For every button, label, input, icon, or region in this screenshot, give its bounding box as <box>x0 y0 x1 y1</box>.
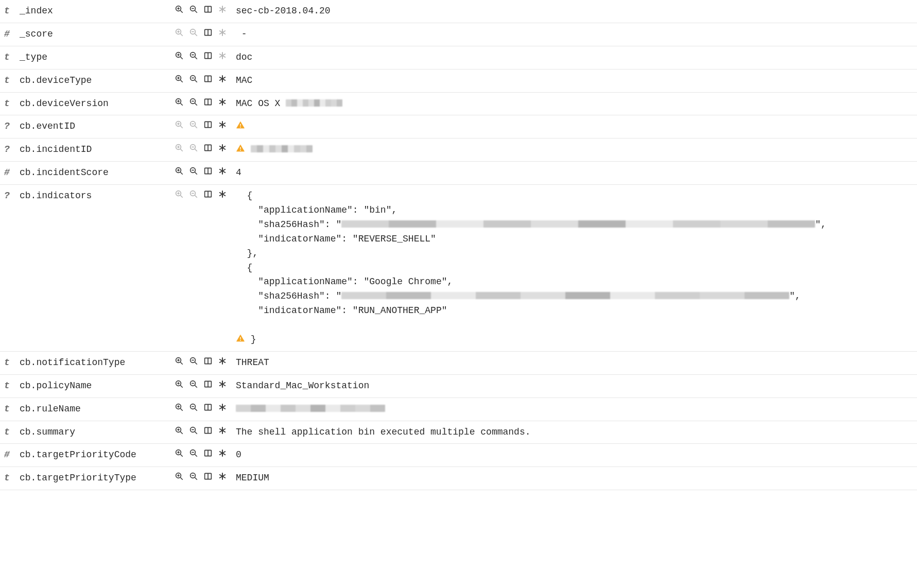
toggle-column-icon[interactable] <box>203 143 213 153</box>
filter-out-value-icon[interactable] <box>188 166 199 176</box>
filter-for-value-icon[interactable] <box>174 166 184 176</box>
field-row: tcb.deviceTypeMAC <box>0 70 917 93</box>
toggle-column-icon[interactable] <box>203 379 213 389</box>
redacted-content <box>286 99 342 107</box>
field-type-indicator: t <box>2 74 20 88</box>
field-actions <box>174 356 228 366</box>
svg-line-131 <box>195 385 197 388</box>
filter-for-value-icon[interactable] <box>174 402 184 412</box>
filter-exists-icon[interactable] <box>217 189 228 199</box>
filter-for-value-icon <box>174 119 184 130</box>
field-actions <box>174 189 228 199</box>
filter-exists-icon <box>217 4 228 14</box>
filter-exists-icon <box>217 50 228 61</box>
svg-line-17 <box>195 33 197 36</box>
toggle-column-icon[interactable] <box>203 97 213 107</box>
field-type-indicator: # <box>2 448 20 462</box>
field-value: 4 <box>236 166 914 180</box>
filter-for-value-icon[interactable] <box>174 425 184 436</box>
field-row: tcb.notificationTypeTHREAT <box>0 352 917 375</box>
filter-exists-icon[interactable] <box>217 143 228 153</box>
filter-exists-icon[interactable] <box>217 97 228 107</box>
field-row: tcb.summaryThe shell application bin exe… <box>0 421 917 444</box>
filter-out-value-icon[interactable] <box>188 425 199 436</box>
field-actions <box>174 143 228 153</box>
filter-exists-icon[interactable] <box>217 379 228 389</box>
filter-for-value-icon[interactable] <box>174 4 184 14</box>
filter-exists-icon[interactable] <box>217 425 228 436</box>
filter-out-value-icon[interactable] <box>188 379 199 389</box>
svg-line-93 <box>195 172 197 175</box>
filter-out-value-icon[interactable] <box>188 97 199 107</box>
field-name: cb.deviceVersion <box>20 97 174 111</box>
field-row: #_score - <box>0 23 917 46</box>
filter-exists-icon[interactable] <box>217 166 228 176</box>
field-name: cb.policyName <box>20 379 174 393</box>
filter-for-value-icon[interactable] <box>174 448 184 458</box>
filter-out-value-icon[interactable] <box>188 50 199 61</box>
svg-line-139 <box>180 408 183 411</box>
field-type-indicator: t <box>2 97 20 111</box>
filter-for-value-icon <box>174 27 184 38</box>
field-actions <box>174 27 228 38</box>
field-name: cb.eventID <box>20 119 174 134</box>
filter-for-value-icon[interactable] <box>174 97 184 107</box>
toggle-column-icon[interactable] <box>203 50 213 61</box>
toggle-column-icon[interactable] <box>203 356 213 366</box>
svg-line-167 <box>195 455 197 457</box>
filter-out-value-icon[interactable] <box>188 471 199 481</box>
filter-exists-icon[interactable] <box>217 74 228 84</box>
redacted-content <box>341 292 789 299</box>
filter-for-value-icon[interactable] <box>174 471 184 481</box>
filter-for-value-icon[interactable] <box>174 356 184 366</box>
filter-exists-icon[interactable] <box>217 402 228 412</box>
svg-line-155 <box>195 431 197 434</box>
field-value: MEDIUM <box>236 471 914 486</box>
toggle-column-icon[interactable] <box>203 425 213 436</box>
field-row: ?cb.eventID <box>0 115 917 139</box>
field-value <box>236 119 914 134</box>
field-name: cb.incidentID <box>20 143 174 157</box>
toggle-column-icon[interactable] <box>203 4 213 14</box>
filter-exists-icon[interactable] <box>217 471 228 481</box>
svg-line-115 <box>180 362 183 365</box>
redacted-content <box>251 145 313 152</box>
field-value <box>236 143 914 157</box>
field-value: The shell application bin executed multi… <box>236 425 914 440</box>
field-name: cb.incidentScore <box>20 166 174 180</box>
toggle-column-icon[interactable] <box>203 448 213 458</box>
toggle-column-icon[interactable] <box>203 402 213 412</box>
field-value: - <box>236 27 914 42</box>
field-name: cb.notificationType <box>20 356 174 370</box>
toggle-column-icon[interactable] <box>203 74 213 84</box>
filter-for-value-icon[interactable] <box>174 50 184 61</box>
field-actions <box>174 471 228 481</box>
toggle-column-icon[interactable] <box>203 189 213 199</box>
svg-line-65 <box>195 126 197 129</box>
filter-out-value-icon[interactable] <box>188 448 199 458</box>
field-row: ?cb.incidentID <box>0 139 917 162</box>
filter-out-value-icon[interactable] <box>188 356 199 366</box>
field-table: t_indexsec-cb-2018.04.20#_score -t_typed… <box>0 0 917 490</box>
svg-line-119 <box>195 362 197 365</box>
svg-line-37 <box>180 80 183 82</box>
field-type-indicator: t <box>2 379 20 393</box>
filter-exists-icon[interactable] <box>217 448 228 458</box>
field-actions <box>174 402 228 412</box>
filter-exists-icon[interactable] <box>217 119 228 130</box>
filter-out-value-icon <box>188 119 199 130</box>
filter-out-value-icon[interactable] <box>188 74 199 84</box>
filter-for-value-icon[interactable] <box>174 379 184 389</box>
toggle-column-icon[interactable] <box>203 166 213 176</box>
toggle-column-icon[interactable] <box>203 471 213 481</box>
field-value: doc <box>236 50 914 65</box>
filter-for-value-icon[interactable] <box>174 74 184 84</box>
field-row: tcb.targetPriorityTypeMEDIUM <box>0 467 917 490</box>
filter-out-value-icon[interactable] <box>188 402 199 412</box>
filter-exists-icon[interactable] <box>217 356 228 366</box>
toggle-column-icon[interactable] <box>203 119 213 130</box>
toggle-column-icon[interactable] <box>203 27 213 38</box>
field-type-indicator: t <box>2 4 20 19</box>
filter-exists-icon <box>217 27 228 38</box>
filter-out-value-icon[interactable] <box>188 4 199 14</box>
